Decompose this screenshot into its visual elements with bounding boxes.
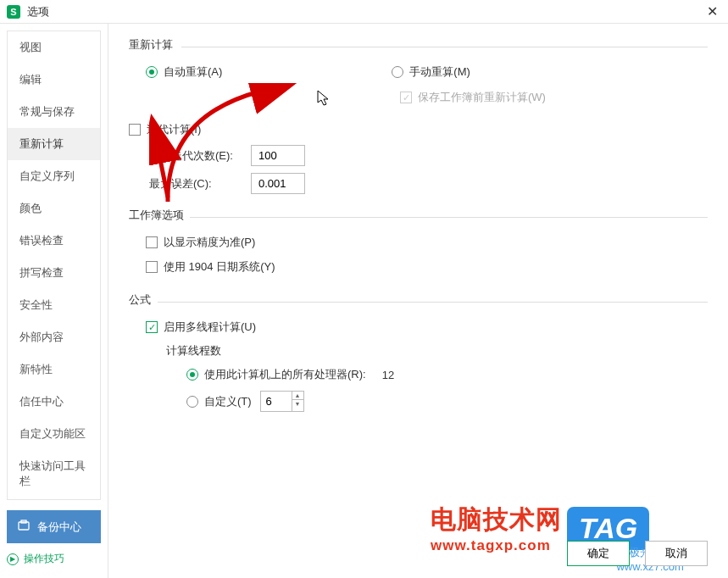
sidebar-item-spell-check[interactable]: 拼写检查 [8, 257, 100, 289]
sidebar-item-edit[interactable]: 编辑 [8, 64, 100, 96]
sidebar-item-quick-access[interactable]: 快速访问工具栏 [8, 450, 100, 497]
sidebar-item-external-content[interactable]: 外部内容 [8, 321, 100, 353]
workbook-legend: 工作簿选项 [129, 208, 708, 226]
checkbox-icon [146, 261, 158, 273]
recalc-legend: 重新计算 [129, 37, 708, 56]
tips-label: 操作技巧 [24, 552, 64, 566]
ok-button[interactable]: 确定 [567, 541, 630, 566]
sidebar-item-general-save[interactable]: 常规与保存 [8, 96, 100, 128]
content-panel: 重新计算 自动重算(A) 手动重算(M) 保存工作簿前重新计算(W) [108, 24, 728, 578]
radio-icon [186, 369, 198, 381]
window-title: 选项 [27, 4, 49, 19]
sidebar-item-custom-list[interactable]: 自定义序列 [8, 160, 100, 192]
max-diff-label: 最大误差(C): [149, 176, 242, 192]
backup-icon [17, 519, 31, 535]
sidebar-item-recalc[interactable]: 重新计算 [8, 128, 100, 160]
backup-center-label: 备份中心 [37, 520, 81, 535]
manual-recalc-radio[interactable]: 手动重算(M) [392, 64, 470, 80]
date1904-label: 使用 1904 日期系统(Y) [164, 259, 275, 275]
multithread-check[interactable]: 启用多线程计算(U) [146, 320, 256, 335]
sidebar-item-view[interactable]: 视图 [8, 31, 100, 64]
use-all-label: 使用此计算机上的所有处理器(R): [204, 367, 366, 382]
auto-recalc-radio[interactable]: 自动重算(A) [146, 64, 222, 80]
sidebar-item-security[interactable]: 安全性 [8, 289, 100, 321]
sidebar-item-new-features[interactable]: 新特性 [8, 353, 100, 386]
use-all-processors-radio[interactable]: 使用此计算机上的所有处理器(R): 12 [186, 367, 394, 382]
custom-threads-radio[interactable]: 自定义(T) [186, 394, 252, 409]
auto-recalc-label: 自动重算(A) [164, 64, 222, 80]
radio-icon [392, 66, 403, 78]
max-iter-label: 最多迭代次数(E): [149, 148, 242, 164]
radio-icon [146, 66, 158, 78]
manual-recalc-label: 手动重算(M) [409, 64, 470, 80]
backup-center-button[interactable]: 备份中心 [7, 510, 101, 543]
max-iter-input[interactable] [251, 145, 305, 166]
sidebar-item-error-check[interactable]: 错误检查 [8, 225, 100, 257]
iteration-label: 迭代计算(I) [147, 122, 201, 137]
max-diff-input[interactable] [251, 173, 305, 194]
titlebar: S 选项 ✕ [0, 0, 728, 24]
precision-check[interactable]: 以显示精度为准(P) [146, 235, 255, 250]
checkbox-icon [400, 92, 412, 103]
app-icon: S [7, 5, 20, 19]
close-button[interactable]: ✕ [703, 3, 721, 19]
tips-link[interactable]: ▶ 操作技巧 [7, 552, 101, 566]
custom-threads-spinner[interactable]: ▲ ▼ [260, 391, 304, 412]
precision-label: 以显示精度为准(P) [164, 235, 255, 250]
play-icon: ▶ [7, 553, 19, 565]
date1904-check[interactable]: 使用 1904 日期系统(Y) [146, 259, 275, 275]
sidebar-item-color[interactable]: 颜色 [8, 192, 100, 225]
multithread-label: 启用多线程计算(U) [164, 320, 256, 335]
sidebar: 视图 编辑 常规与保存 重新计算 自定义序列 颜色 错误检查 拼写检查 安全性 … [0, 24, 108, 578]
cancel-button[interactable]: 取消 [645, 541, 708, 566]
radio-icon [186, 396, 198, 408]
save-before-recalc-check: 保存工作簿前重新计算(W) [400, 90, 546, 105]
sidebar-item-custom-ribbon[interactable]: 自定义功能区 [8, 418, 100, 450]
checkbox-icon [146, 321, 158, 333]
processor-count: 12 [382, 369, 394, 381]
checkbox-icon [129, 124, 141, 136]
custom-threads-input[interactable] [261, 392, 292, 411]
sidebar-item-trust-center[interactable]: 信任中心 [8, 386, 100, 418]
checkbox-icon [146, 236, 158, 248]
iteration-check[interactable]: 迭代计算(I) [129, 122, 201, 137]
threads-title: 计算线程数 [166, 343, 708, 358]
spinner-up-icon[interactable]: ▲ [292, 392, 303, 400]
formula-legend: 公式 [129, 292, 708, 311]
custom-threads-label: 自定义(T) [204, 394, 252, 409]
save-before-recalc-label: 保存工作簿前重新计算(W) [418, 90, 546, 105]
spinner-down-icon[interactable]: ▼ [292, 400, 303, 408]
